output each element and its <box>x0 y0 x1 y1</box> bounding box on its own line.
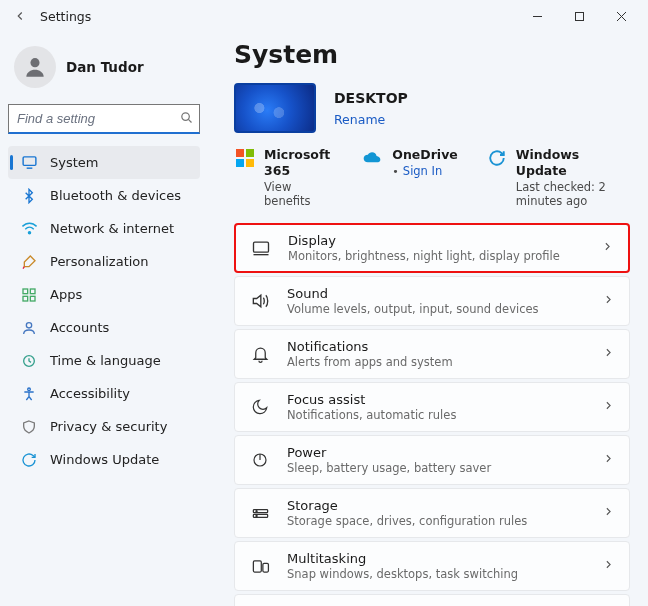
svg-rect-13 <box>30 296 35 301</box>
card-sub: Notifications, automatic rules <box>287 408 586 422</box>
card-title: Focus assist <box>287 392 586 408</box>
sidebar-nav: System Bluetooth & devices Network & int… <box>8 146 200 476</box>
quick-sub: Last checked: 2 minutes ago <box>516 180 630 210</box>
settings-item-focus[interactable]: Focus assist Notifications, automatic ru… <box>234 382 630 432</box>
user-profile[interactable]: Dan Tudor <box>8 38 200 102</box>
card-sub: Sleep, battery usage, battery saver <box>287 461 586 475</box>
svg-point-24 <box>255 515 256 516</box>
card-title: Notifications <box>287 339 586 355</box>
shield-icon <box>20 418 38 436</box>
multitasking-icon <box>249 557 271 576</box>
system-icon <box>20 154 38 172</box>
chevron-right-icon <box>601 240 614 256</box>
settings-item-power[interactable]: Power Sleep, battery usage, battery save… <box>234 435 630 485</box>
sidebar-item-label: Accessibility <box>50 386 130 401</box>
page-title: System <box>234 40 630 69</box>
card-title: Storage <box>287 498 586 514</box>
person-icon <box>20 319 38 337</box>
svg-point-5 <box>182 113 190 121</box>
quick-sub: View benefits <box>264 180 332 210</box>
settings-item-storage[interactable]: Storage Storage space, drives, configura… <box>234 488 630 538</box>
close-button[interactable] <box>600 2 642 30</box>
minimize-button[interactable] <box>516 2 558 30</box>
card-sub: Alerts from apps and system <box>287 355 586 369</box>
sidebar-item-label: Windows Update <box>50 452 159 467</box>
chevron-right-icon <box>602 293 615 309</box>
quick-title: Windows Update <box>516 147 630 180</box>
sidebar-item-update[interactable]: Windows Update <box>8 443 200 476</box>
card-title: Sound <box>287 286 586 302</box>
svg-rect-12 <box>23 296 28 301</box>
sidebar-item-label: Time & language <box>50 353 161 368</box>
svg-rect-26 <box>262 563 268 572</box>
svg-rect-1 <box>575 12 583 20</box>
maximize-button[interactable] <box>558 2 600 30</box>
sidebar-item-personalization[interactable]: Personalization <box>8 245 200 278</box>
settings-item-multitasking[interactable]: Multitasking Snap windows, desktops, tas… <box>234 541 630 591</box>
quick-onedrive[interactable]: OneDrive •Sign In <box>362 147 457 180</box>
bell-icon <box>249 345 271 364</box>
device-name: DESKTOP <box>334 90 408 106</box>
sidebar-item-label: Bluetooth & devices <box>50 188 181 203</box>
device-header: DESKTOP Rename <box>234 83 630 133</box>
settings-item-display[interactable]: Display Monitors, brightness, night ligh… <box>234 223 630 273</box>
sidebar-item-accessibility[interactable]: Accessibility <box>8 377 200 410</box>
card-sub: Snap windows, desktops, task switching <box>287 567 586 581</box>
bluetooth-icon <box>20 187 38 205</box>
sidebar-item-label: Personalization <box>50 254 149 269</box>
svg-line-6 <box>188 119 191 122</box>
quick-microsoft365[interactable]: Microsoft 365 View benefits <box>236 147 332 209</box>
sidebar-item-privacy[interactable]: Privacy & security <box>8 410 200 443</box>
svg-point-4 <box>30 58 39 67</box>
sidebar-item-system[interactable]: System <box>8 146 200 179</box>
clock-icon <box>20 352 38 370</box>
display-icon <box>250 238 272 258</box>
microsoft365-icon <box>236 148 254 168</box>
main-content: System DESKTOP Rename Microsoft 365 View… <box>208 32 648 606</box>
moon-icon <box>249 398 271 416</box>
settings-list: Display Monitors, brightness, night ligh… <box>234 223 630 606</box>
quick-title: Microsoft 365 <box>264 147 332 180</box>
card-sub: Storage space, drives, configuration rul… <box>287 514 586 528</box>
sidebar-item-time[interactable]: Time & language <box>8 344 200 377</box>
onedrive-icon <box>362 148 382 168</box>
sidebar-item-label: Accounts <box>50 320 109 335</box>
chevron-right-icon <box>602 452 615 468</box>
search-input[interactable] <box>8 104 200 134</box>
sidebar-item-network[interactable]: Network & internet <box>8 212 200 245</box>
window-title: Settings <box>40 9 91 24</box>
sidebar-item-apps[interactable]: Apps <box>8 278 200 311</box>
titlebar: Settings <box>0 0 648 32</box>
quick-windows-update[interactable]: Windows Update Last checked: 2 minutes a… <box>488 147 630 209</box>
card-sub: Volume levels, output, input, sound devi… <box>287 302 586 316</box>
card-sub: Monitors, brightness, night light, displ… <box>288 249 585 263</box>
onedrive-signin-link[interactable]: Sign In <box>403 164 442 178</box>
storage-icon <box>249 504 271 523</box>
wifi-icon <box>20 220 38 238</box>
sidebar-item-bluetooth[interactable]: Bluetooth & devices <box>8 179 200 212</box>
settings-item-sound[interactable]: Sound Volume levels, output, input, soun… <box>234 276 630 326</box>
card-title: Display <box>288 233 585 249</box>
sidebar-item-label: Network & internet <box>50 221 174 236</box>
user-name: Dan Tudor <box>66 59 144 75</box>
svg-point-16 <box>28 388 31 391</box>
sidebar-item-label: Apps <box>50 287 82 302</box>
sidebar-item-label: System <box>50 155 98 170</box>
quick-title: OneDrive <box>392 147 457 163</box>
svg-rect-7 <box>23 157 36 166</box>
sidebar-item-accounts[interactable]: Accounts <box>8 311 200 344</box>
chevron-right-icon <box>602 558 615 574</box>
card-title: Power <box>287 445 586 461</box>
chevron-right-icon <box>602 505 615 521</box>
search-box[interactable] <box>8 104 200 134</box>
back-button[interactable] <box>6 2 34 30</box>
desktop-thumbnail[interactable] <box>234 83 316 133</box>
settings-item-notifications[interactable]: Notifications Alerts from apps and syste… <box>234 329 630 379</box>
rename-link[interactable]: Rename <box>334 112 408 127</box>
chevron-right-icon <box>602 399 615 415</box>
settings-item-activation[interactable]: Activation Activation state, subscriptio… <box>234 594 630 606</box>
chevron-right-icon <box>602 346 615 362</box>
sidebar-item-label: Privacy & security <box>50 419 167 434</box>
apps-icon <box>20 286 38 304</box>
search-icon <box>179 110 194 128</box>
